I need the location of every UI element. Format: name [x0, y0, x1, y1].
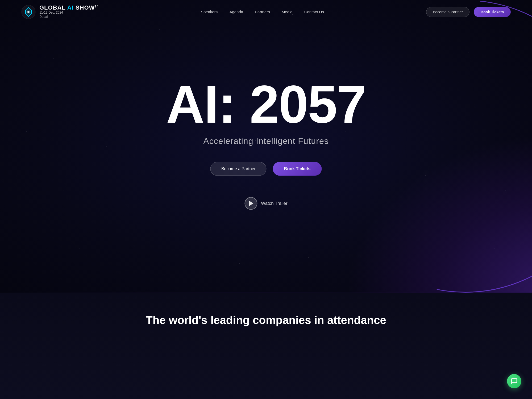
nav-item-contact[interactable]: Contact Us: [304, 10, 324, 14]
svg-point-1: [27, 11, 30, 13]
nav-links: Speakers Agenda Partners Media Contact U…: [201, 10, 324, 14]
hero-content: AI: 2057 Accelerating Intelligent Future…: [166, 78, 366, 210]
navbar: GLOBAL AI SHOW24 11-12 Dec, 2024 Dubai S…: [0, 0, 532, 24]
become-partner-nav-button[interactable]: Become a Partner: [426, 7, 469, 17]
nav-item-media[interactable]: Media: [282, 10, 293, 14]
book-tickets-hero-button[interactable]: Book Tickets: [273, 162, 322, 176]
logo-show-text: SHOW: [76, 4, 95, 11]
book-tickets-nav-button[interactable]: Book Tickets: [474, 7, 511, 17]
logo-brand: GLOBAL AI SHOW24: [39, 5, 99, 11]
logo-date: 11-12 Dec, 2024: [39, 11, 99, 15]
logo-brand-text: GLOBAL: [39, 4, 65, 11]
nav-link-partners[interactable]: Partners: [255, 10, 270, 14]
hero-title: AI: 2057: [166, 78, 366, 131]
nav-item-agenda[interactable]: Agenda: [229, 10, 243, 14]
play-button[interactable]: [244, 197, 257, 210]
nav-link-agenda[interactable]: Agenda: [229, 10, 243, 14]
chat-bubble-button[interactable]: [507, 374, 521, 388]
watch-trailer-label: Watch Trailer: [261, 201, 288, 206]
nav-item-speakers[interactable]: Speakers: [201, 10, 218, 14]
watch-trailer-button[interactable]: Watch Trailer: [166, 197, 366, 210]
logo-area: GLOBAL AI SHOW24 11-12 Dec, 2024 Dubai: [21, 5, 99, 19]
bottom-section: The world's leading companies in attenda…: [0, 293, 532, 399]
nav-actions: Become a Partner Book Tickets: [426, 7, 511, 17]
nav-link-media[interactable]: Media: [282, 10, 293, 14]
logo-icon: [21, 5, 36, 19]
play-icon: [249, 201, 253, 206]
logo-date-area: 11-12 Dec, 2024 Dubai: [39, 11, 99, 19]
chat-icon: [511, 378, 518, 385]
logo-city: Dubai: [39, 15, 99, 19]
companies-title: The world's leading companies in attenda…: [146, 314, 386, 327]
nav-link-speakers[interactable]: Speakers: [201, 10, 218, 14]
logo-text: GLOBAL AI SHOW24 11-12 Dec, 2024 Dubai: [39, 5, 99, 19]
logo-superscript: 24: [95, 5, 98, 8]
nav-item-partners[interactable]: Partners: [255, 10, 270, 14]
logo-ai-text: AI: [67, 4, 74, 11]
hero-buttons: Become a Partner Book Tickets: [166, 162, 366, 176]
nav-link-contact[interactable]: Contact Us: [304, 10, 324, 14]
hero-subtitle: Accelerating Intelligent Futures: [166, 136, 366, 146]
become-partner-hero-button[interactable]: Become a Partner: [210, 162, 267, 176]
